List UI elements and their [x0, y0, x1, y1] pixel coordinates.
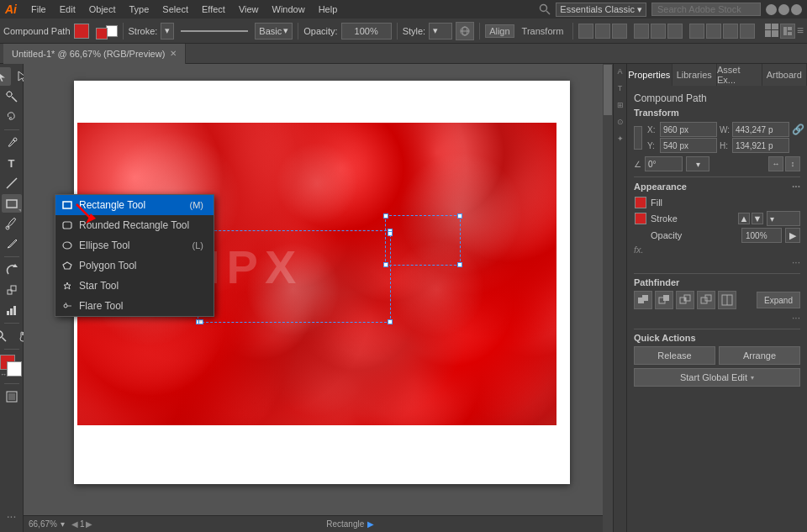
ctx-flare-tool[interactable]: Flare Tool	[55, 296, 214, 316]
link-style-btn[interactable]	[456, 22, 474, 40]
pf-intersect-btn[interactable]	[676, 291, 694, 309]
extra-btn-4[interactable]	[740, 24, 755, 39]
document-tab[interactable]: Untitled-1* @ 66,67% (RGB/Preview) ✕	[3, 44, 186, 64]
menu-object[interactable]: Object	[83, 3, 122, 16]
menu-view[interactable]: View	[233, 3, 265, 16]
expand-pathfinder-btn[interactable]: Expand	[757, 292, 800, 308]
appearance-more-btn[interactable]: ···	[792, 181, 800, 192]
ctx-star-tool[interactable]: Star Tool	[55, 276, 214, 296]
transform-button[interactable]: Transform	[518, 24, 568, 38]
properties-tab[interactable]: Properties	[627, 64, 672, 86]
type-tool[interactable]: T	[2, 154, 22, 172]
color-swatches[interactable]: ↔	[0, 355, 24, 378]
vertical-scrollbar[interactable]	[603, 64, 613, 532]
menu-edit[interactable]: Edit	[54, 3, 82, 16]
search-input[interactable]	[651, 3, 761, 16]
right-icon-2[interactable]: T	[615, 84, 625, 94]
h-input[interactable]: 134,921 p	[732, 138, 789, 153]
pf-divide-btn[interactable]	[718, 291, 736, 309]
extra-btn-1[interactable]	[689, 24, 704, 39]
more-tools-btn[interactable]: ···	[2, 507, 22, 525]
ctx-polygon-tool[interactable]: Polygon Tool	[55, 255, 214, 276]
pf-minus-front-btn[interactable]	[655, 291, 673, 309]
release-btn[interactable]: Release	[634, 346, 715, 365]
more-options-icon[interactable]: ≡	[797, 24, 804, 39]
x-input[interactable]: 960 px	[660, 122, 717, 137]
minimize-button[interactable]	[766, 4, 777, 15]
flip-v-btn[interactable]: ↕	[785, 156, 800, 171]
menu-file[interactable]: File	[25, 3, 52, 16]
align-left-btn[interactable]	[578, 24, 593, 39]
stroke-down-btn[interactable]: ▼	[752, 213, 763, 224]
extra-btn-3[interactable]	[723, 24, 738, 39]
align-right-btn[interactable]	[612, 24, 627, 39]
magic-wand-tool[interactable]	[2, 87, 22, 106]
extra-btn-2[interactable]	[706, 24, 721, 39]
background-color[interactable]	[7, 361, 22, 377]
angle-input[interactable]: 0°	[645, 156, 683, 171]
scale-tool[interactable]	[2, 281, 22, 299]
dist-btn-3[interactable]	[667, 24, 683, 39]
asset-export-tab[interactable]: Asset Ex...	[717, 64, 762, 86]
angle-dropdown[interactable]: ▾	[686, 156, 709, 171]
stroke-swatch[interactable]	[635, 213, 646, 224]
flip-h-btn[interactable]: ↔	[768, 156, 783, 171]
right-icon-5[interactable]: ✦	[615, 134, 625, 145]
w-input[interactable]: 443,247 p	[732, 122, 789, 137]
align-center-btn[interactable]	[595, 24, 610, 39]
handle-br[interactable]	[388, 319, 393, 324]
maximize-button[interactable]	[778, 4, 789, 15]
tab-close-button[interactable]: ✕	[170, 49, 177, 58]
handle2-bl[interactable]	[383, 262, 388, 267]
pencil-tool[interactable]	[2, 234, 22, 253]
appearance-dots-btn[interactable]: ···	[792, 256, 800, 268]
artboard-tab[interactable]: Artboard	[762, 64, 808, 86]
lasso-tool[interactable]	[2, 108, 22, 126]
next-page-btn[interactable]: ▶	[86, 519, 92, 529]
screen-mode-btn[interactable]	[2, 387, 22, 406]
handle2-tr[interactable]	[457, 213, 462, 219]
zoom-control[interactable]: 66,67% ▾	[29, 519, 65, 529]
opacity-value-display[interactable]: 100%	[741, 228, 782, 243]
swap-colors-icon[interactable]: ↔	[0, 371, 7, 378]
right-icon-4[interactable]: ⊙	[615, 118, 625, 128]
selection-tool[interactable]	[0, 67, 11, 86]
handle2-br[interactable]	[457, 262, 462, 267]
pf-unite-btn[interactable]	[634, 291, 652, 309]
fill-swatch[interactable]	[74, 24, 89, 39]
opacity-expand-btn[interactable]: ▶	[785, 228, 800, 243]
stroke-bg-swatch[interactable]	[106, 25, 118, 37]
stroke-width-dropdown[interactable]: ▾	[161, 23, 174, 40]
ctx-ellipse-tool[interactable]: Ellipse Tool (L)	[55, 235, 214, 255]
stroke-up-btn[interactable]: ▲	[738, 213, 750, 224]
libraries-tab[interactable]: Libraries	[672, 64, 718, 86]
opacity-input[interactable]: 100%	[341, 23, 392, 40]
menu-select[interactable]: Select	[156, 3, 194, 16]
stroke-style-dropdown[interactable]: Basic▾	[255, 23, 293, 40]
workspace-selector[interactable]: Essentials Classic ▾	[556, 3, 646, 17]
panel-grid-btn[interactable]	[765, 24, 778, 37]
pen-tool[interactable]	[2, 134, 22, 152]
y-input[interactable]: 540 px	[660, 138, 717, 153]
style-dropdown[interactable]: ▾	[429, 23, 452, 40]
menu-type[interactable]: Type	[124, 3, 156, 16]
close-button[interactable]	[791, 4, 802, 15]
transform-origin-box[interactable]	[634, 126, 642, 150]
handle2-tl[interactable]	[383, 213, 388, 219]
menu-window[interactable]: Window	[266, 3, 311, 16]
prev-page-btn[interactable]: ◀	[71, 519, 78, 529]
arrange-btn[interactable]: Arrange	[719, 346, 800, 365]
rotate-tool[interactable]	[2, 261, 22, 279]
link-wh-icon[interactable]: 🔗	[792, 124, 804, 135]
menu-help[interactable]: Help	[313, 3, 344, 16]
dist-btn-1[interactable]	[634, 24, 649, 39]
zoom-dropdown-arrow[interactable]: ▾	[61, 519, 65, 529]
dist-btn-2[interactable]	[651, 24, 666, 39]
pathfinder-dots-btn[interactable]: ···	[792, 312, 800, 324]
stroke-fill-swatch[interactable]	[96, 28, 108, 40]
panel-toggle-btn[interactable]	[780, 24, 795, 39]
handle-bm[interactable]	[198, 319, 203, 324]
right-icon-1[interactable]: A	[615, 67, 625, 77]
zoom-tool[interactable]	[0, 327, 11, 345]
menu-effect[interactable]: Effect	[196, 3, 231, 16]
